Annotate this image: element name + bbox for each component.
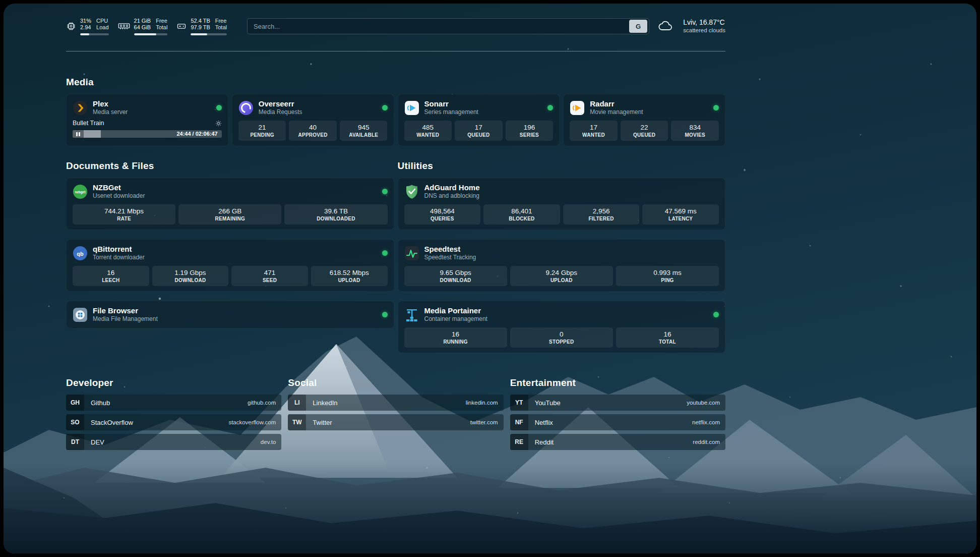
filebrowser-card[interactable]: File Browser Media File Management [66,301,394,328]
stat-ping: 0.993 ms PING [616,266,719,286]
app-subtitle: Media server [93,108,128,116]
stat-download: 9.65 Gbps DOWNLOAD [404,266,507,286]
bookmark-name: Reddit [535,438,554,446]
disk-icon [176,21,187,31]
bookmark-reddit[interactable]: RE Reddit reddit.com [510,434,725,450]
app-name: Overseerr [259,99,302,108]
app-subtitle: Usenet downloader [93,192,145,200]
status-dot-online [382,105,388,110]
bookmark-linkedin[interactable]: LI LinkedIn linkedin.com [288,395,503,411]
sonarr-icon [404,100,419,116]
stat-remaining: 266 GB REMAINING [178,204,281,225]
overseerr-card[interactable]: Overseerr Media Requests 21 PENDING 40 A… [232,94,394,146]
cpu-values: 31% 2.94 [80,18,91,31]
weather-condition: scattered clouds [683,27,725,34]
bookmark-name: Twitter [313,419,332,426]
bookmark-name: StackOverflow [91,419,133,426]
memory-values: 21 GiB 64 GiB [134,18,151,31]
settings-gear-icon[interactable] [215,120,222,127]
speedtest-icon [404,246,419,261]
dashboard-content: 31% 2.94 CPU Load [66,4,725,450]
cpu-icon [66,21,76,31]
search-engine-button[interactable]: G [629,20,647,33]
sonarr-card[interactable]: Sonarr Series management 485 WANTED 17 Q… [398,94,560,146]
qbittorrent-icon: qb [73,246,88,261]
app-subtitle: Container management [424,315,487,323]
bookmark-name: DEV [91,438,104,446]
bookmark-stackoverflow[interactable]: SO StackOverflow stackoverflow.com [66,414,281,430]
bookmark-badge: SO [66,414,84,430]
bookmark-url: netflix.com [692,419,725,425]
plex-card[interactable]: Plex Media server Bullet Train [66,94,228,146]
bookmark-name: Netflix [535,419,553,426]
bookmark-github[interactable]: GH Github github.com [66,395,281,411]
filebrowser-icon [73,307,88,322]
app-name: NZBGet [93,183,145,192]
portainer-icon [404,307,419,322]
dashboard-screen: 31% 2.94 CPU Load [4,4,976,553]
stat-filtered: 2,956 FILTERED [563,204,640,225]
stat-movies: 834 MOVIES [671,121,719,141]
app-subtitle: Media File Management [93,315,158,323]
stat-pending: 21 PENDING [238,121,286,141]
stat-blocked: 86,401 BLOCKED [483,204,560,225]
bookmark-url: dev.to [261,439,281,445]
playback-progress[interactable]: 24:44 / 02:06:47 [73,130,222,138]
header-divider [66,51,725,51]
search-input[interactable] [254,23,626,30]
app-name: qBittorrent [93,245,145,254]
app-name: Media Portainer [424,306,487,315]
playback-time: 24:44 / 02:06:47 [176,131,217,137]
stat-upload: 9.24 Gbps UPLOAD [510,266,613,286]
cloud-icon [657,20,673,32]
app-subtitle: Series management [424,108,478,116]
adguard-card[interactable]: AdGuard Home DNS and adblocking 498,564 … [398,178,726,230]
social-column: Social LI LinkedIn linkedin.com TW Twitt… [288,377,503,450]
bookmark-badge: GH [66,395,84,411]
utilities-column: Utilities [398,160,726,353]
portainer-card[interactable]: Media Portainer Container management 16 … [398,301,726,353]
disk-usage-bar [191,33,227,35]
stat-wanted: 485 WANTED [404,121,452,141]
stat-download: 1.19 Gbps DOWNLOAD [152,266,229,286]
stat-latency: 47.569 ms LATENCY [642,204,719,225]
stat-stopped: 0 STOPPED [510,327,613,348]
memory-metric: 21 GiB 64 GiB Free Total [118,18,168,35]
stat-series: 196 SERIES [506,121,554,141]
bookmark-badge: DT [66,434,84,450]
stat-downloaded: 39.6 TB DOWNLOADED [284,204,387,225]
section-title-media: Media [66,77,725,88]
now-playing-title: Bullet Train [73,120,104,127]
stat-running: 16 RUNNING [404,327,507,348]
speedtest-card[interactable]: Speedtest Speedtest Tracking 9.65 Gbps D… [398,239,726,292]
memory-icon [118,22,130,31]
stat-queued: 17 QUEUED [455,121,503,141]
stat-wanted: 17 WANTED [570,121,618,141]
bookmark-netflix[interactable]: NF Netflix netflix.com [510,414,725,430]
stat-approved: 40 APPROVED [289,121,337,141]
radarr-card[interactable]: Radarr Movie management 17 WANTED 22 QUE… [563,94,725,146]
bookmark-url: reddit.com [693,439,725,445]
bookmark-youtube[interactable]: YT YouTube youtube.com [510,395,725,411]
nzbget-card[interactable]: nzbget NZBGet Usenet downloader 744.21 M… [66,178,394,230]
qbittorrent-card[interactable]: qb qBittorrent Torrent downloader 16 [66,239,394,292]
bookmark-twitter[interactable]: TW Twitter twitter.com [288,414,503,430]
app-name: Radarr [590,99,643,108]
nzbget-icon: nzbget [73,184,88,199]
search-bar: G [247,18,649,34]
status-dot-online [713,312,719,317]
app-subtitle: Torrent downloader [93,254,145,261]
pause-icon[interactable] [73,130,84,138]
weather-location: Lviv, 16.87°C [683,18,725,27]
adguard-icon [404,184,419,199]
bookmark-badge: YT [510,395,528,411]
stat-upload: 618.52 Mbps UPLOAD [311,266,388,286]
top-bar: 31% 2.94 CPU Load [66,15,725,38]
disk-values: 52.4 TB 97.9 TB [191,18,210,31]
memory-usage-bar [134,33,168,35]
status-dot-online [713,105,719,110]
bookmark-dev[interactable]: DT DEV dev.to [66,434,281,450]
app-subtitle: Speedtest Tracking [424,254,476,261]
app-name: AdGuard Home [424,183,480,192]
status-dot-online [547,105,553,110]
